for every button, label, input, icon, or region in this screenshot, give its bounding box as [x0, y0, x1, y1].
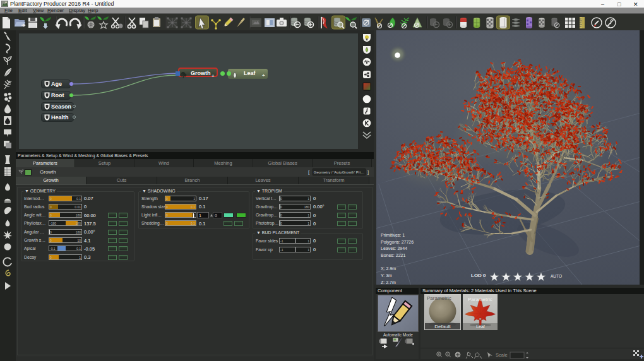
- svg-text:Default: Default: [434, 324, 451, 329]
- svg-text:Parametric: Parametric: [468, 297, 492, 302]
- svg-text:Parametric: Parametric: [427, 295, 451, 301]
- svg-text:Scale: Scale: [496, 352, 508, 358]
- svg-text:Leaf: Leaf: [476, 324, 485, 329]
